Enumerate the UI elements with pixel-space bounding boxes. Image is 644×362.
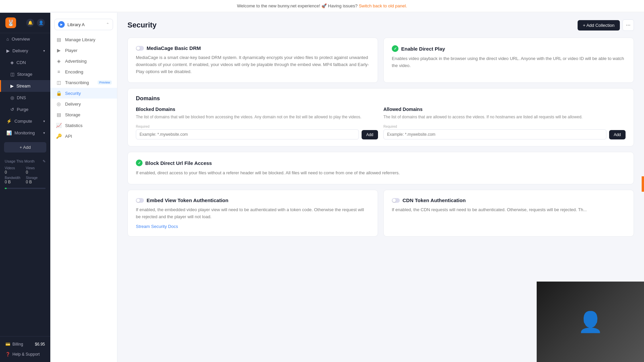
home-icon: ⌂ (6, 37, 9, 42)
add-collection-button[interactable]: + Add Collection (578, 20, 620, 31)
sub-nav-label: Advertising (65, 59, 87, 64)
sub-nav-label: Manage Library (65, 37, 95, 42)
purge-icon: ↺ (10, 107, 14, 112)
sidebar-item-label: Delivery (12, 48, 28, 53)
views-label: Views (26, 166, 46, 170)
sub-nav-security[interactable]: 🔒 Security (50, 88, 117, 99)
embed-token-desc: If enabled, the embedded video player vi… (136, 206, 370, 221)
sidebar-item-stream[interactable]: ▶ Stream (0, 80, 50, 92)
cdn-token-toggle[interactable] (392, 198, 400, 203)
feedback-button[interactable]: Feedback (642, 176, 644, 192)
drm-title: MediaCage Basic DRM (147, 45, 201, 51)
sidebar-item-overview[interactable]: ⌂ Overview (0, 33, 50, 45)
sub-nav-api[interactable]: 🔑 API (50, 131, 117, 141)
sidebar-item-compute[interactable]: ⚡ Compute ▾ (0, 115, 50, 127)
sidebar-item-label: Purge (17, 107, 29, 112)
edit-icon[interactable]: ✎ (43, 159, 46, 164)
transcribing-icon: ◫ (56, 80, 62, 85)
drm-toggle[interactable] (136, 46, 144, 51)
more-options-button[interactable]: ··· (623, 19, 634, 31)
sidebar-item-label: DNS (17, 95, 26, 100)
bandwidth-label: Bandwidth (5, 176, 24, 180)
allowed-domains-title: Allowed Domains (383, 107, 626, 112)
allowed-domains-input[interactable] (383, 129, 606, 139)
help-icon: ❓ (5, 352, 10, 357)
sidebar-item-cdn[interactable]: ◈ CDN (0, 57, 50, 68)
allowed-domains-desc: The list of domains that are allowed to … (383, 114, 626, 120)
drm-desc: MediaCage is a smart clear-key based DRM… (136, 54, 370, 75)
sub-nav-storage[interactable]: ▤ Storage (50, 109, 117, 120)
sidebar-item-storage[interactable]: ◫ Storage (0, 68, 50, 80)
storage-sub-icon: ▤ (56, 112, 62, 117)
main-header: Security + Add Collection ··· (127, 19, 634, 31)
views-value: 0 (26, 170, 46, 175)
sub-nav-manage-library[interactable]: ▤ Manage Library (50, 34, 117, 45)
dns-icon: ◎ (10, 95, 14, 100)
page-title: Security (127, 21, 157, 29)
sub-nav-delivery[interactable]: ◎ Delivery (50, 99, 117, 109)
notifications-bell[interactable]: 🔔 (26, 19, 34, 27)
direct-play-check-icon: ✓ (392, 45, 398, 52)
stream-security-docs-link[interactable]: Stream Security Docs (136, 224, 178, 229)
monitoring-icon: 📊 (6, 130, 12, 135)
library-name: Library A (67, 22, 85, 27)
allowed-domains-add-button[interactable]: Add (609, 130, 626, 139)
direct-play-desc: Enables video playback in the browser us… (392, 55, 626, 69)
storage-icon: ◫ (10, 72, 14, 77)
sub-nav-label: Player (65, 48, 77, 53)
library-chevron-icon: ⌃ (106, 22, 109, 27)
sub-nav-advertising[interactable]: ◈ Advertising (50, 56, 117, 66)
video-placeholder: 👤 (537, 282, 644, 362)
encoding-icon: ≡ (56, 69, 62, 74)
sub-nav-player[interactable]: ▶ Player (50, 45, 117, 56)
billing-label: Billing (12, 342, 23, 347)
help-support[interactable]: ❓ Help & Support (0, 349, 50, 359)
logo-icon: 🐰 (5, 17, 16, 28)
blocked-domains-add-button[interactable]: Add (362, 130, 378, 139)
sidebar-item-label: Overview (12, 37, 30, 42)
sidebar-logo: 🐰 🔔 👤 (0, 13, 50, 33)
sidebar-bottom: 💳 Billing $6.95 ❓ Help & Support (0, 336, 50, 362)
delivery-sub-icon: ◎ (56, 101, 62, 107)
sub-nav-transcribing[interactable]: ◫ Transcribing Preview (50, 77, 117, 88)
user-avatar[interactable]: 👤 (37, 19, 45, 27)
header-actions: + Add Collection ··· (578, 19, 634, 31)
billing-icon: 💳 (5, 342, 10, 347)
bandwidth-value: 0 B (5, 180, 24, 184)
drm-card: MediaCage Basic DRM MediaCage is a smart… (127, 38, 378, 83)
left-sidebar: 🐰 🔔 👤 ⌂ Overview ▶ Delivery ▾ ◈ CDN ◫ St… (0, 13, 50, 362)
videos-value: 0 (5, 170, 24, 175)
direct-play-card: ✓ Enable Direct Play Enables video playb… (383, 38, 634, 83)
sidebar-item-monitoring[interactable]: 📊 Monitoring ▾ (0, 127, 50, 139)
sub-nav-statistics[interactable]: 📈 Statistics (50, 120, 117, 131)
embed-token-card: Embed View Token Authentication If enabl… (127, 190, 378, 237)
compute-icon: ⚡ (6, 119, 12, 124)
domain-grid: Blocked Domains The list of domains that… (136, 107, 626, 139)
sidebar-item-dns[interactable]: ◎ DNS (0, 92, 50, 104)
storage-value: 0 B (26, 180, 46, 184)
embed-token-toggle[interactable] (136, 198, 144, 203)
advertising-icon: ◈ (56, 58, 62, 64)
library-selector[interactable]: ▶ Library A ⌃ (54, 19, 113, 30)
help-label: Help & Support (12, 352, 40, 357)
auth-grid: Embed View Token Authentication If enabl… (127, 190, 634, 237)
block-url-card: ✓ Block Direct Url File Access If enable… (127, 152, 634, 184)
cdn-token-desc: If enabled, the CDN requests will need t… (392, 206, 626, 214)
sub-nav-encoding[interactable]: ≡ Encoding (50, 66, 117, 77)
add-button[interactable]: + Add (4, 142, 46, 153)
block-url-check-icon: ✓ (136, 160, 143, 166)
sidebar-item-purge[interactable]: ↺ Purge (0, 104, 50, 115)
top-banner: Welcome to the new bunny.net experience!… (0, 0, 644, 12)
storage-label: Storage (26, 176, 46, 180)
blocked-domains-input[interactable] (136, 129, 359, 139)
sidebar-item-delivery[interactable]: ▶ Delivery ▾ (0, 45, 50, 57)
banner-link[interactable]: Switch back to old panel. (359, 3, 407, 8)
blocked-domains-title: Blocked Domains (136, 107, 378, 112)
video-overlay: 👤 (537, 282, 644, 362)
sidebar-item-label: CDN (16, 60, 26, 65)
api-icon: 🔑 (56, 133, 62, 139)
manage-library-icon: ▤ (56, 37, 62, 42)
sub-sidebar: ▶ Library A ⌃ ▤ Manage Library ▶ Player … (50, 13, 117, 362)
billing-section[interactable]: 💳 Billing $6.95 (0, 339, 50, 349)
sidebar-item-label: Monitoring (14, 130, 35, 135)
